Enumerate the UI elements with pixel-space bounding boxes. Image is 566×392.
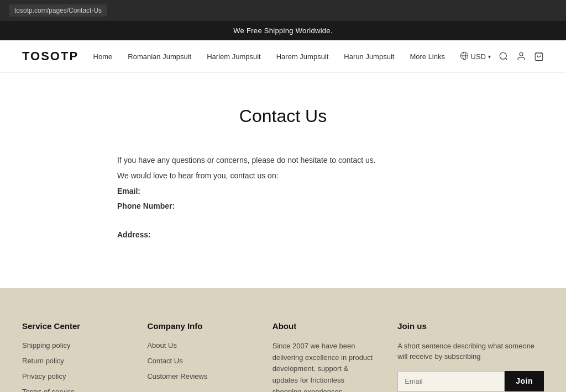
- link-return-policy[interactable]: Return policy: [22, 357, 64, 365]
- link-customer-reviews[interactable]: Customer Reviews: [147, 372, 207, 380]
- header-actions: USD ▾: [460, 51, 544, 62]
- account-icon[interactable]: [516, 51, 526, 61]
- page-title: Contact Us: [22, 106, 544, 126]
- footer-service-center: Service Center Shipping policy Return po…: [22, 321, 125, 392]
- search-icon[interactable]: [499, 51, 509, 61]
- email-form: Join: [397, 371, 544, 391]
- header: TOSOTP Home Romanian Jumpsuit Harlem Jum…: [0, 40, 566, 73]
- footer-company-info: Company Info About Us Contact Us Custome…: [147, 321, 250, 392]
- main-nav: Home Romanian Jumpsuit Harlem Jumpsuit H…: [93, 52, 445, 61]
- intro-line1: If you have any questions or concerns, p…: [117, 154, 449, 167]
- footer-join-us: Join us A short sentence describing what…: [397, 321, 544, 392]
- intro-line2: We would love to hear from you, contact …: [117, 169, 449, 183]
- announcement-bar: We Free Shipping Worldwide.: [0, 21, 566, 40]
- link-about-us[interactable]: About Us: [147, 341, 176, 349]
- announcement-text: We Free Shipping Worldwide.: [233, 27, 333, 35]
- cart-icon[interactable]: [534, 51, 544, 61]
- company-info-heading: Company Info: [147, 321, 250, 331]
- svg-point-3: [500, 52, 506, 59]
- email-label: Email:: [117, 187, 140, 195]
- link-terms-of-service[interactable]: Terms of service: [22, 388, 75, 392]
- svg-point-5: [520, 52, 523, 56]
- main-content: Contact Us If you have any questions or …: [0, 73, 566, 288]
- nav-harlem-jumpsuit[interactable]: Harlem Jumpsuit: [207, 52, 261, 61]
- join-button[interactable]: Join: [505, 371, 544, 391]
- browser-url: tosotp.com/pages/Contact-Us: [9, 4, 107, 17]
- contact-body: If you have any questions or concerns, p…: [117, 154, 449, 242]
- about-heading: About: [272, 321, 375, 331]
- link-privacy-policy[interactable]: Privacy policy: [22, 372, 66, 380]
- footer-grid: Service Center Shipping policy Return po…: [22, 321, 544, 392]
- nav-more-links[interactable]: More Links: [410, 52, 445, 61]
- currency-label: USD: [471, 52, 486, 61]
- logo[interactable]: TOSOTP: [22, 49, 78, 63]
- link-contact-us[interactable]: Contact Us: [147, 357, 182, 365]
- nav-harun-jumpsuit[interactable]: Harun Jumpsuit: [344, 52, 394, 61]
- nav-home[interactable]: Home: [93, 52, 113, 61]
- nav-harem-jumpsuit[interactable]: Harem Jumpsuit: [276, 52, 329, 61]
- address-label: Address:: [117, 230, 151, 239]
- svg-line-4: [505, 58, 507, 60]
- service-center-links: Shipping policy Return policy Privacy po…: [22, 341, 125, 392]
- phone-label: Phone Number:: [117, 202, 175, 210]
- service-center-heading: Service Center: [22, 321, 125, 331]
- about-text: Since 2007 we have been delivering excel…: [272, 341, 375, 392]
- footer: Service Center Shipping policy Return po…: [0, 288, 566, 392]
- join-us-heading: Join us: [397, 321, 544, 331]
- email-input[interactable]: [397, 371, 505, 391]
- browser-bar: tosotp.com/pages/Contact-Us: [0, 0, 566, 21]
- currency-selector[interactable]: USD ▾: [460, 51, 491, 62]
- globe-icon: [460, 51, 469, 62]
- footer-about: About Since 2007 we have been delivering…: [272, 321, 375, 392]
- company-info-links: About Us Contact Us Customer Reviews: [147, 341, 250, 380]
- link-shipping-policy[interactable]: Shipping policy: [22, 341, 70, 349]
- nav-romanian-jumpsuit[interactable]: Romanian Jumpsuit: [128, 52, 191, 61]
- join-us-description: A short sentence describing what someone…: [397, 341, 544, 362]
- chevron-down-icon: ▾: [488, 54, 491, 60]
